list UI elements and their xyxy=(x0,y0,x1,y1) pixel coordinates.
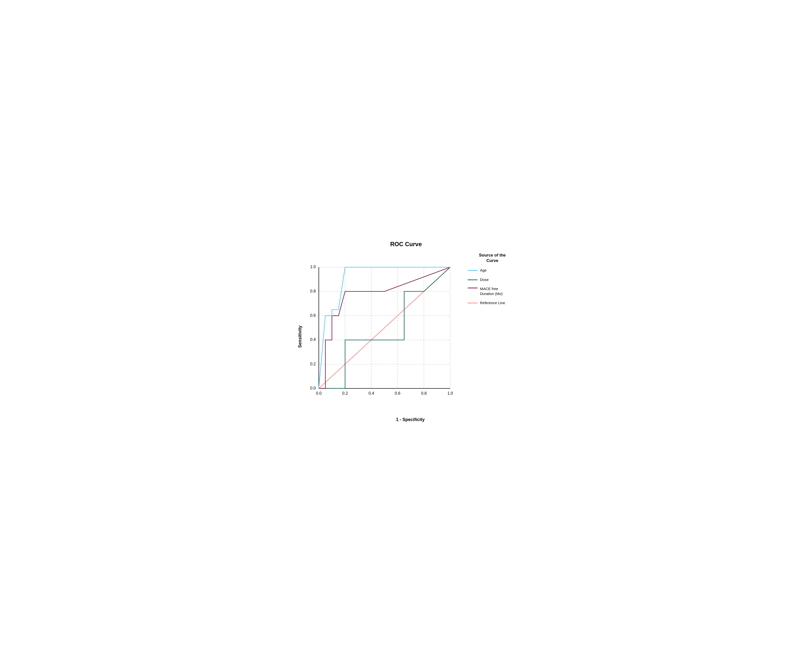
svg-text:0.6: 0.6 xyxy=(395,391,400,395)
x-axis-label: 1 - Specificity xyxy=(304,417,517,423)
legend-item-age: Age xyxy=(468,268,517,273)
svg-text:0.2: 0.2 xyxy=(310,361,316,366)
plot-and-legend: 0.0 0.2 0.4 0.6 0.8 1.0 0.0 0.2 0.4 0.6 … xyxy=(304,250,517,416)
chart-container: ROC Curve Sensitivity xyxy=(295,241,517,423)
legend-line-dose xyxy=(468,280,478,280)
legend-line-ref xyxy=(468,303,478,303)
svg-text:0.4: 0.4 xyxy=(310,337,316,342)
svg-text:0.2: 0.2 xyxy=(342,391,348,395)
legend: Source of theCurve Age Dose MACE freeDur… xyxy=(463,250,517,416)
plot-area: 0.0 0.2 0.4 0.6 0.8 1.0 0.0 0.2 0.4 0.6 … xyxy=(304,250,460,416)
chart-title: ROC Curve xyxy=(390,241,422,247)
svg-text:0.8: 0.8 xyxy=(421,391,427,395)
legend-line-age xyxy=(468,270,478,271)
chart-area-wrapper: 0.0 0.2 0.4 0.6 0.8 1.0 0.0 0.2 0.4 0.6 … xyxy=(304,250,517,423)
svg-text:0.0: 0.0 xyxy=(310,386,316,390)
svg-text:1.0: 1.0 xyxy=(447,391,453,395)
legend-label-ref: Reference Line xyxy=(480,300,505,305)
svg-text:0.8: 0.8 xyxy=(310,289,316,293)
legend-item-dose: Dose xyxy=(468,277,517,282)
y-axis-label: Sensitivity xyxy=(296,250,304,423)
chart-svg: 0.0 0.2 0.4 0.6 0.8 1.0 0.0 0.2 0.4 0.6 … xyxy=(304,250,460,416)
svg-text:0.6: 0.6 xyxy=(310,313,316,317)
svg-text:0.0: 0.0 xyxy=(316,391,322,395)
legend-item-ref: Reference Line xyxy=(468,300,517,305)
svg-text:1.0: 1.0 xyxy=(310,264,316,269)
legend-label-mace: MACE freeDuration (Mo) xyxy=(480,286,503,296)
legend-line-mace xyxy=(468,288,478,288)
chart-body: Sensitivity xyxy=(295,250,517,423)
svg-text:0.4: 0.4 xyxy=(368,391,374,395)
legend-label-dose: Dose xyxy=(480,277,489,282)
legend-item-mace: MACE freeDuration (Mo) xyxy=(468,286,517,296)
legend-title: Source of theCurve xyxy=(468,252,517,264)
legend-label-age: Age xyxy=(480,268,487,273)
